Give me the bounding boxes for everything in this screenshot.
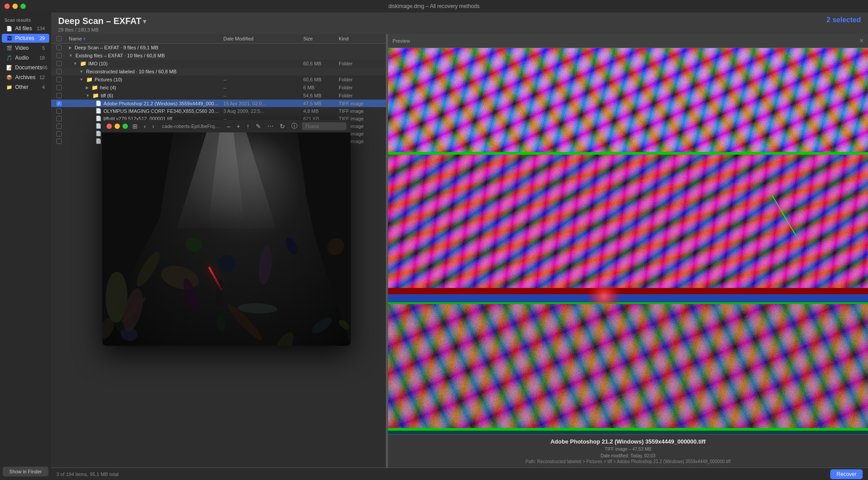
group-checkbox[interactable] <box>56 69 62 74</box>
sidebar-item-label: Documents <box>15 64 42 71</box>
chevron-right-icon: ▶ <box>69 45 72 50</box>
group-checkbox[interactable] <box>56 45 62 50</box>
list-item[interactable]: ▼ 📁 IMO (10) 60,6 MB Folder <box>51 60 386 68</box>
viewer-back-button[interactable]: ‹ <box>142 122 148 131</box>
sidebar-item-audio[interactable]: 🎵 Audio 18 <box>2 53 49 62</box>
other-count: 4 <box>42 84 45 90</box>
chevron-down-icon: ▼ <box>69 53 73 58</box>
folder-checkbox[interactable] <box>56 61 62 66</box>
folder-date: -- <box>222 93 301 98</box>
viewer-more-button[interactable]: ⋯ <box>266 122 275 131</box>
sidebar-section-header: Scan results <box>0 16 51 24</box>
column-kind[interactable]: Kind <box>337 36 386 41</box>
viewer-minimize-button[interactable] <box>115 124 120 129</box>
folder-kind: Folder <box>337 61 386 66</box>
folder-checkbox[interactable] <box>56 77 62 82</box>
cave-image <box>102 132 351 346</box>
close-button[interactable] <box>4 4 10 9</box>
file-kind: TIFF image <box>337 101 386 106</box>
sort-arrow-icon: ▼ <box>83 37 86 41</box>
file-checkbox[interactable] <box>56 131 62 136</box>
folder-size: 60,6 MB <box>301 77 337 82</box>
table-row[interactable]: ✓ 📄 Adobe Photoshop 21.2 (Windows) 3559x… <box>51 100 386 107</box>
sidebar-item-label: All files <box>15 25 32 32</box>
chevron-down-icon: ▼ <box>73 61 77 66</box>
preview-path: Path: Reconstructed labeled > Pictures >… <box>395 459 861 464</box>
column-date[interactable]: Date Modified <box>222 36 301 41</box>
preview-filename: Adobe Photoshop 21.2 (Windows) 3559x4449… <box>395 438 861 445</box>
sidebar-item-label: Archives <box>15 74 36 80</box>
show-in-finder-button[interactable]: Show in Finder <box>3 467 48 476</box>
chevron-down-icon: ▼ <box>79 69 83 74</box>
folder-checkbox[interactable] <box>56 93 62 98</box>
minimize-button[interactable] <box>12 4 18 9</box>
sidebar-item-label: Pictures <box>15 35 34 41</box>
tiff-file-icon: 📄 <box>95 116 102 121</box>
sidebar-item-other[interactable]: 📁 Other 4 <box>2 83 49 92</box>
group-deep-scan[interactable]: ▶ Deep Scan – EXFAT · 9 files / 69,1 MB <box>51 44 386 52</box>
file-checkbox[interactable]: ✓ <box>56 101 62 106</box>
column-name[interactable]: Name ▼ <box>67 36 222 41</box>
sidebar-item-documents[interactable]: 📝 Documents 66 <box>2 63 49 72</box>
list-item[interactable]: ▼ 📁 tiff (6) -- 54,6 MB Folder <box>51 92 386 100</box>
preview-header-label: Preview <box>392 38 410 44</box>
viewer-forward-button[interactable]: › <box>151 122 156 131</box>
group-checkbox[interactable] <box>56 53 62 58</box>
all-files-icon: 📄 <box>6 25 12 32</box>
viewer-rotate-button[interactable]: ↻ <box>278 122 287 131</box>
sidebar-item-archives[interactable]: 📦 Archives 12 <box>2 73 49 82</box>
folder-icon: 📁 <box>86 76 93 83</box>
folder-date: -- <box>222 77 301 82</box>
maximize-button[interactable] <box>20 4 26 9</box>
preview-close-icon[interactable]: × <box>860 37 864 45</box>
video-count: 5 <box>42 45 45 51</box>
viewer-edit-button[interactable]: ✎ <box>254 122 263 131</box>
file-checkbox[interactable] <box>56 124 62 129</box>
chevron-right-icon: ▶ <box>86 85 89 90</box>
chevron-down-icon: ▼ <box>79 77 83 82</box>
sidebar-item-all-files[interactable]: 📄 All files 134 <box>2 24 49 33</box>
group-existing-files[interactable]: ▼ Existing files – EXFAT · 10 files / 60… <box>51 52 386 60</box>
viewer-maximize-button[interactable] <box>123 124 128 129</box>
folder-kind: Folder <box>337 93 386 98</box>
file-size: 4,8 MB <box>301 108 337 114</box>
file-name: Adobe Photoshop 21.2 (Windows) 3559x4449… <box>103 101 220 106</box>
table-row[interactable]: 📄 OLYMPUS IMAGING CORP. FE340,X855,C560 … <box>51 107 386 115</box>
content-header: Deep Scan – EXFAT ▾ 29 files / 180,3 MB … <box>51 12 868 34</box>
file-checkbox[interactable] <box>56 116 62 121</box>
sidebar-item-pictures[interactable]: 🖼 Pictures 29 <box>2 34 49 43</box>
title-chevron[interactable]: ▾ <box>143 18 146 25</box>
file-date: 3 Aug 2009, 22:5... <box>222 108 301 114</box>
viewer-layout-button[interactable]: ⊞ <box>131 122 139 131</box>
chevron-down-icon: ▼ <box>86 93 90 98</box>
column-size[interactable]: Size <box>301 36 337 41</box>
tiff-file-icon: 📄 <box>95 131 102 136</box>
sidebar-item-label: Video <box>15 45 28 51</box>
viewer-close-button[interactable] <box>107 124 112 129</box>
list-item[interactable]: ▶ 📁 heic (4) -- 6 MB Folder <box>51 84 386 92</box>
list-item[interactable]: ▼ 📁 Pictures (10) -- 60,6 MB Folder <box>51 76 386 84</box>
viewer-zoom-out-button[interactable]: – <box>225 122 232 131</box>
folder-icon: 📁 <box>92 92 99 99</box>
recover-button[interactable]: Recover <box>830 469 863 479</box>
viewer-zoom-in-button[interactable]: + <box>235 122 242 131</box>
viewer-search-input[interactable] <box>302 122 346 130</box>
sidebar-item-video[interactable]: 🎬 Video 5 <box>2 44 49 52</box>
sidebar-item-label: Other <box>15 84 28 90</box>
file-checkbox[interactable] <box>56 108 62 114</box>
viewer-title: cade-roberts-EpiUbeFrqwQ-... <box>162 124 222 129</box>
pictures-count: 29 <box>40 36 45 41</box>
group-reconstructed[interactable]: ▼ Reconstructed labeled · 10 files / 60,… <box>51 68 386 76</box>
preview-date: Date modified: Today, 02:03 <box>395 453 861 458</box>
group-label: Deep Scan – EXFAT · 9 files / 69,1 MB <box>75 45 159 50</box>
viewer-info-button[interactable]: ⓘ <box>289 121 299 131</box>
file-size: 47,5 MB <box>301 101 337 106</box>
file-checkbox[interactable] <box>56 139 62 144</box>
sidebar-item-label: Audio <box>15 55 29 61</box>
viewer-titlebar: ⊞ ‹ › cade-roberts-EpiUbeFrqwQ-... – + ↑… <box>102 120 351 132</box>
video-icon: 🎬 <box>6 45 12 51</box>
viewer-share-button[interactable]: ↑ <box>245 122 251 131</box>
folder-checkbox[interactable] <box>56 85 62 90</box>
select-all-checkbox[interactable]: – <box>56 36 62 41</box>
documents-icon: 📝 <box>6 64 12 71</box>
